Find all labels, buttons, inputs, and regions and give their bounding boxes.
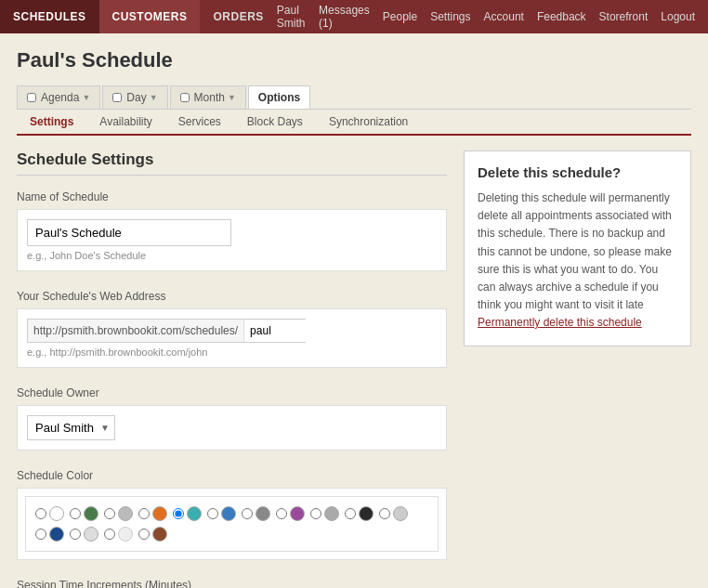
form-group-color: Schedule Color bbox=[17, 469, 447, 560]
tab-agenda-label: Agenda bbox=[41, 91, 79, 104]
swatch-gray5-radio[interactable] bbox=[104, 529, 115, 540]
swatch-brown-radio[interactable] bbox=[138, 529, 150, 540]
swatch-white-radio[interactable] bbox=[35, 508, 46, 519]
swatch-darkgray-circle bbox=[324, 506, 339, 521]
tab-bar: Agenda ▼ Day ▼ Month ▼ Options bbox=[17, 85, 691, 110]
swatch-gray3-radio[interactable] bbox=[379, 508, 390, 519]
swatch-darkblue[interactable] bbox=[35, 527, 64, 542]
owner-select[interactable]: Paul Smith bbox=[28, 416, 114, 439]
swatch-white[interactable] bbox=[35, 506, 64, 521]
url-prefix: http://psmith.brownbookit.com/schedules/ bbox=[28, 320, 244, 342]
swatch-black[interactable] bbox=[345, 506, 374, 521]
swatch-darkgray-radio[interactable] bbox=[310, 508, 321, 519]
tab-month-checkbox[interactable] bbox=[180, 93, 190, 102]
nav-account[interactable]: Account bbox=[484, 10, 524, 23]
form-group-owner: Schedule Owner Paul Smith ▼ bbox=[17, 386, 447, 451]
nav-right: Paul Smith Messages (1) People Settings … bbox=[277, 4, 708, 30]
nav-paul-smith[interactable]: Paul Smith bbox=[277, 4, 306, 30]
swatch-darkblue-radio[interactable] bbox=[35, 529, 46, 540]
form-group-url: Your Schedule's Web Address http://psmit… bbox=[17, 290, 447, 368]
nav-messages[interactable]: Messages (1) bbox=[319, 4, 370, 30]
tab-month[interactable]: Month ▼ bbox=[170, 85, 246, 109]
sub-tab-settings[interactable]: Settings bbox=[17, 110, 86, 136]
owner-label: Schedule Owner bbox=[17, 386, 447, 399]
tab-options[interactable]: Options bbox=[248, 85, 310, 109]
swatch-purple-radio[interactable] bbox=[276, 508, 287, 519]
swatch-darkgray[interactable] bbox=[310, 506, 339, 521]
swatch-blue-circle bbox=[221, 506, 236, 521]
swatch-black-circle bbox=[359, 506, 374, 521]
swatch-teal-circle bbox=[187, 506, 202, 521]
tab-agenda-checkbox[interactable] bbox=[27, 93, 36, 102]
swatch-gray4[interactable] bbox=[70, 527, 98, 542]
swatch-brown[interactable] bbox=[138, 527, 167, 542]
tab-day-checkbox[interactable] bbox=[112, 93, 122, 102]
swatch-gray3-circle bbox=[393, 506, 408, 521]
swatch-gray2-radio[interactable] bbox=[242, 508, 253, 519]
swatch-orange-circle bbox=[152, 506, 167, 521]
swatch-orange[interactable] bbox=[138, 506, 167, 521]
swatch-gray4-radio[interactable] bbox=[70, 529, 81, 540]
section-title: Schedule Settings bbox=[17, 150, 447, 176]
nav-orders[interactable]: ORDERS bbox=[200, 0, 276, 33]
url-hint: e.g., http://psmith.brownbookit.com/john bbox=[27, 346, 437, 358]
swatch-orange-radio[interactable] bbox=[138, 508, 150, 519]
url-input[interactable] bbox=[244, 320, 395, 342]
tab-agenda[interactable]: Agenda ▼ bbox=[17, 85, 100, 109]
page-content: Paul's Schedule Agenda ▼ Day ▼ Month ▼ O… bbox=[0, 33, 708, 588]
tab-month-arrow: ▼ bbox=[228, 93, 236, 102]
nav-logout[interactable]: Logout bbox=[661, 10, 695, 23]
nav-schedules[interactable]: SCHEDULES bbox=[0, 0, 99, 33]
permanently-delete-link[interactable]: Permanently delete this schedule bbox=[478, 316, 642, 329]
swatch-gray5[interactable] bbox=[104, 527, 133, 542]
swatch-brown-circle bbox=[152, 527, 167, 542]
swatch-green-circle bbox=[84, 506, 98, 521]
main-left: Schedule Settings Name of Schedule e.g.,… bbox=[17, 150, 447, 588]
url-label: Your Schedule's Web Address bbox=[17, 290, 447, 303]
swatch-green-radio[interactable] bbox=[70, 508, 81, 519]
swatch-white-circle bbox=[49, 506, 64, 521]
top-nav: SCHEDULES CUSTOMERS ORDERS Paul Smith Me… bbox=[0, 0, 708, 33]
color-swatches bbox=[25, 496, 439, 552]
nav-customers[interactable]: CUSTOMERS bbox=[99, 0, 201, 33]
tab-agenda-arrow: ▼ bbox=[82, 93, 90, 102]
delete-panel: Delete this schedule? Deleting this sche… bbox=[464, 150, 691, 346]
swatch-blue-radio[interactable] bbox=[207, 508, 218, 519]
delete-panel-title: Delete this schedule? bbox=[478, 164, 677, 180]
schedule-name-input[interactable] bbox=[27, 219, 231, 246]
swatch-purple[interactable] bbox=[276, 506, 305, 521]
tab-month-label: Month bbox=[194, 91, 225, 104]
swatch-darkblue-circle bbox=[49, 527, 64, 542]
name-hint: e.g., John Doe's Schedule bbox=[27, 250, 437, 261]
swatch-teal[interactable] bbox=[173, 506, 202, 521]
sub-tab-availability[interactable]: Availability bbox=[86, 110, 164, 134]
sub-tabs: Settings Availability Services Block Day… bbox=[17, 110, 691, 136]
swatch-black-radio[interactable] bbox=[345, 508, 356, 519]
tab-day-arrow: ▼ bbox=[150, 93, 158, 102]
owner-select-wrap: Paul Smith ▼ bbox=[27, 415, 115, 440]
main-layout: Schedule Settings Name of Schedule e.g.,… bbox=[17, 150, 691, 588]
nav-storefront[interactable]: Storefront bbox=[599, 10, 649, 23]
nav-people[interactable]: People bbox=[383, 10, 417, 23]
url-input-wrap: http://psmith.brownbookit.com/schedules/ bbox=[27, 319, 306, 343]
page-title: Paul's Schedule bbox=[17, 48, 691, 72]
swatch-gray5-circle bbox=[118, 527, 133, 542]
swatch-green[interactable] bbox=[70, 506, 98, 521]
tab-options-label: Options bbox=[258, 91, 300, 104]
swatch-teal-radio[interactable] bbox=[173, 508, 184, 519]
swatch-gray2[interactable] bbox=[242, 506, 270, 521]
sub-tab-block-days[interactable]: Block Days bbox=[234, 110, 316, 134]
nav-settings[interactable]: Settings bbox=[430, 10, 470, 23]
main-right: Delete this schedule? Deleting this sche… bbox=[464, 150, 691, 588]
nav-feedback[interactable]: Feedback bbox=[537, 10, 586, 23]
swatch-gray3[interactable] bbox=[379, 506, 408, 521]
sub-tab-synchronization[interactable]: Synchronization bbox=[316, 110, 421, 134]
sub-tab-services[interactable]: Services bbox=[165, 110, 234, 134]
swatch-lightgray-radio[interactable] bbox=[104, 508, 115, 519]
swatch-blue[interactable] bbox=[207, 506, 236, 521]
tab-day-label: Day bbox=[126, 91, 146, 104]
tab-day[interactable]: Day ▼ bbox=[102, 85, 167, 109]
form-group-session: Session Time Increments (Minutes) Time i… bbox=[17, 579, 447, 588]
swatch-lightgray[interactable] bbox=[104, 506, 133, 521]
session-label: Session Time Increments (Minutes) bbox=[17, 579, 447, 588]
